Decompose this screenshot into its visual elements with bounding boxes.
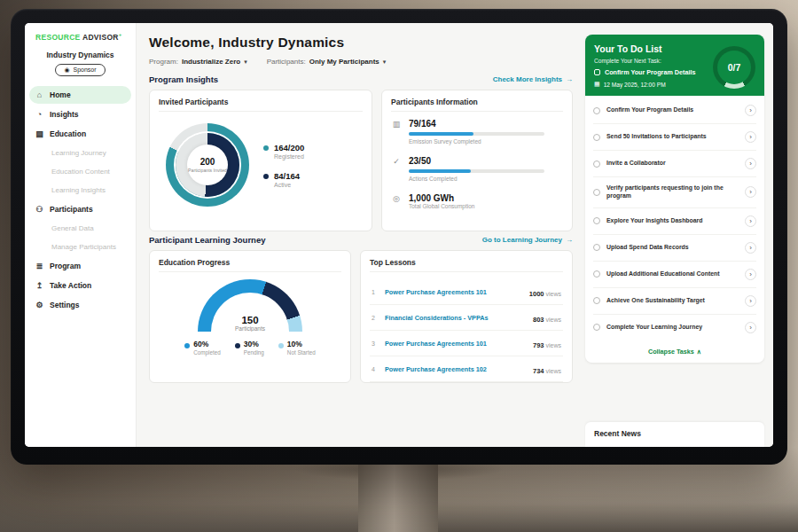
program-insights-cards: Invited Participants 200 Participants In… xyxy=(149,90,573,231)
chevron-right-icon[interactable]: › xyxy=(745,131,756,143)
info-value: 1,000 GWh xyxy=(409,193,563,203)
info-row-survey: ▥ 79/164 Emission Survey Completed xyxy=(391,119,563,145)
sidebar-item-label: Education Content xyxy=(51,168,110,176)
sidebar-item-label: Learning Journey xyxy=(51,149,106,157)
sidebar-item-settings[interactable]: ⚙ Settings xyxy=(29,296,131,314)
legend-item-active: 84/164 Active xyxy=(263,171,304,188)
task-radio[interactable] xyxy=(593,297,600,304)
chevron-right-icon[interactable]: › xyxy=(745,322,756,333)
lesson-views-label: views xyxy=(545,368,561,374)
legend-dot xyxy=(263,174,269,179)
chevron-right-icon[interactable]: › xyxy=(745,242,756,254)
legend-dot xyxy=(278,343,284,348)
invited-donut-chart: 200 Participants Invited 164/200 Registe… xyxy=(159,119,363,207)
recent-news-title: Recent News xyxy=(594,429,641,438)
chevron-right-icon[interactable]: › xyxy=(745,269,756,280)
sidebar-item-take-action[interactable]: ↥ Take Action xyxy=(29,277,131,294)
info-row-actions: ✓ 23/50 Actions Completed xyxy=(391,156,563,182)
info-value: 79/164 xyxy=(409,119,563,129)
legend-item-completed: 60% Completed xyxy=(184,340,220,356)
sidebar: RESOURCE ADVISOR+ Industry Dynamics ◉ Sp… xyxy=(25,23,137,447)
task-row[interactable]: Upload Spend Data Records › xyxy=(593,235,756,262)
check-more-insights-link[interactable]: Check More Insights → xyxy=(493,75,573,83)
chevron-right-icon[interactable]: › xyxy=(745,295,756,307)
education-gauge-center: 150 Participants xyxy=(198,316,302,332)
top-lessons-card: Top Lessons 1 Power Purchase Agreements … xyxy=(360,250,573,383)
sidebar-item-education[interactable]: ▤ Education xyxy=(29,125,131,143)
info-label: Actions Completed xyxy=(409,176,563,182)
sidebar-item-education-content[interactable]: Education Content xyxy=(29,163,131,180)
participants-dropdown-label: Participants: xyxy=(267,58,306,66)
info-row-consumption: ◎ 1,000 GWh Total Global Consumption xyxy=(391,193,563,209)
legend-dot xyxy=(235,343,240,348)
task-radio[interactable] xyxy=(593,270,600,278)
task-row[interactable]: Upload Additional Educational Content › xyxy=(593,262,756,288)
task-row[interactable]: Send 50 Invitations to Participants › xyxy=(593,124,756,151)
collapse-tasks-button[interactable]: Collapse Tasks∧ xyxy=(593,340,756,358)
chevron-right-icon[interactable]: › xyxy=(745,158,756,169)
sidebar-item-learning-insights[interactable]: Learning Insights xyxy=(29,182,131,199)
todo-panel: Your To Do List Complete Your Next Task:… xyxy=(585,23,773,447)
learning-journey-title: Participant Learning Journey xyxy=(149,235,265,245)
task-radio[interactable] xyxy=(593,160,600,168)
education-gauge-legend: 60% Completed 30% Pending 10% Not Starte… xyxy=(184,340,315,356)
sponsor-badge[interactable]: ◉ Sponsor xyxy=(55,64,105,76)
task-label: Complete Your Learning Journey xyxy=(606,324,739,332)
learning-journey-header: Participant Learning Journey Go to Learn… xyxy=(149,235,573,245)
lesson-row: 5 Power Purchase Agreements 103 600views xyxy=(370,382,563,383)
sidebar-item-home[interactable]: ⌂ Home xyxy=(29,86,131,104)
legend-label: Completed xyxy=(193,349,220,356)
checkbox[interactable] xyxy=(594,69,600,75)
sidebar-item-learning-journey[interactable]: Learning Journey xyxy=(29,145,131,161)
logo-advisor: ADVISOR xyxy=(82,33,119,42)
task-radio[interactable] xyxy=(593,134,600,141)
task-radio[interactable] xyxy=(593,189,600,196)
sidebar-item-participants[interactable]: ⚇ Participants xyxy=(29,200,131,218)
task-label: Upload Spend Data Records xyxy=(606,244,739,252)
lesson-link[interactable]: Power Purchase Agreements 101 xyxy=(385,288,523,296)
task-label: Verify participants requesting to join t… xyxy=(606,184,739,200)
task-row[interactable]: Verify participants requesting to join t… xyxy=(593,177,756,208)
sidebar-item-program[interactable]: ≣ Program xyxy=(29,257,131,275)
lesson-views: 803 xyxy=(533,316,544,324)
progress-bar xyxy=(409,169,544,173)
chevron-right-icon[interactable]: › xyxy=(745,186,756,198)
book-icon: ▤ xyxy=(35,129,44,138)
participants-dropdown[interactable]: Participants: Only My Participants ▾ xyxy=(267,58,387,66)
screen: RESOURCE ADVISOR+ Industry Dynamics ◉ Sp… xyxy=(25,23,773,447)
task-radio[interactable] xyxy=(593,107,600,114)
sidebar-item-manage-participants[interactable]: Manage Participants xyxy=(29,239,131,255)
task-radio[interactable] xyxy=(593,217,600,224)
education-gauge-chart: 150 Participants 60% Completed 30% Pendi… xyxy=(159,279,341,356)
task-label: Send 50 Invitations to Participants xyxy=(606,133,739,141)
app-logo: RESOURCE ADVISOR+ xyxy=(25,32,136,45)
learning-journey-cards: Education Progress 150 Participants 60% xyxy=(149,250,573,383)
chevron-up-icon: ∧ xyxy=(697,348,701,355)
legend-label: Registered xyxy=(274,153,304,160)
task-radio[interactable] xyxy=(593,244,600,251)
invited-center-value: 200 xyxy=(200,157,215,167)
sidebar-item-general-data[interactable]: General Data xyxy=(29,220,131,237)
gear-icon: ⚙ xyxy=(35,301,44,309)
lesson-link[interactable]: Financial Considerations - VPPAs xyxy=(385,314,527,322)
task-row[interactable]: Invite a Collaborator › xyxy=(593,151,756,177)
people-icon: ⚇ xyxy=(35,205,44,214)
chevron-right-icon[interactable]: › xyxy=(745,105,756,116)
list-icon: ≣ xyxy=(35,262,44,270)
sidebar-item-label: Home xyxy=(50,90,71,99)
todo-card: Your To Do List Complete Your Next Task:… xyxy=(585,35,764,363)
task-row[interactable]: Complete Your Learning Journey › xyxy=(593,315,756,340)
task-row[interactable]: Achieve One Sustainability Target › xyxy=(593,288,756,315)
task-row[interactable]: Confirm Your Program Details › xyxy=(593,98,756,124)
task-row[interactable]: Explore Your Insights Dashboard › xyxy=(593,208,756,235)
sidebar-item-insights[interactable]: ◔ Insights xyxy=(29,106,131,123)
go-to-learning-journey-link[interactable]: Go to Learning Journey → xyxy=(482,236,573,244)
legend-dot xyxy=(184,343,190,348)
arrow-right-icon: → xyxy=(566,236,573,244)
todo-due-date-label: 12 May 2025, 12:00 PM xyxy=(604,82,666,88)
lesson-link[interactable]: Power Purchase Agreements 102 xyxy=(385,365,527,373)
lesson-link[interactable]: Power Purchase Agreements 101 xyxy=(385,340,527,348)
chevron-right-icon[interactable]: › xyxy=(745,215,756,227)
task-radio[interactable] xyxy=(593,324,600,331)
program-dropdown[interactable]: Program: Industrialize Zero ▾ xyxy=(149,58,247,66)
